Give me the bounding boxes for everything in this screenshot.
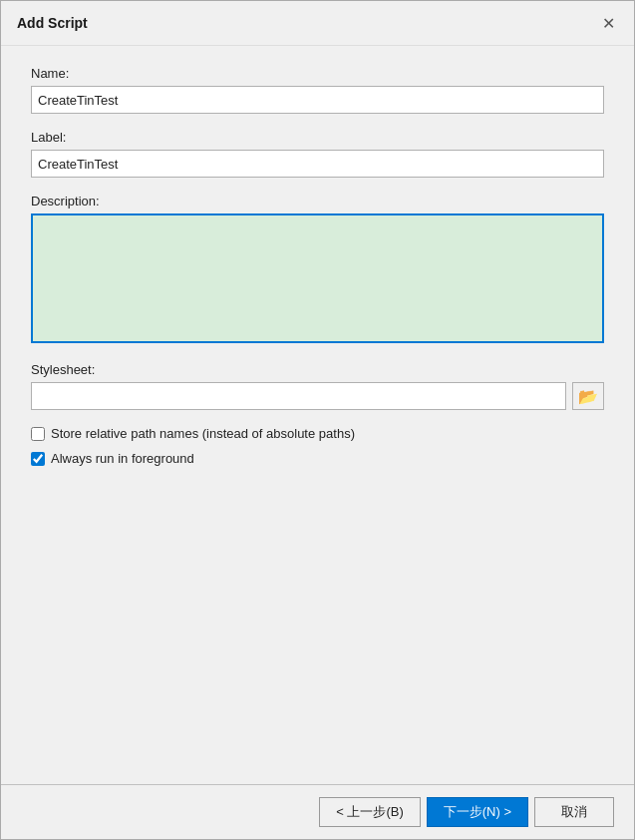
label-label: Label: [31,130,604,145]
label-group: Label: [31,130,604,178]
next-button[interactable]: 下一步(N) > [427,797,528,827]
close-button[interactable]: ✕ [596,11,620,35]
dialog-body: Name: Label: Description: Stylesheet: 📂 [1,46,634,784]
back-button[interactable]: < 上一步(B) [319,797,421,827]
store-relative-checkbox[interactable] [31,427,45,441]
stylesheet-row: 📂 [31,382,604,410]
stylesheet-input[interactable] [31,382,566,410]
title-bar: Add Script ✕ [1,1,634,46]
name-input[interactable] [31,86,604,114]
add-script-dialog: Add Script ✕ Name: Label: Description: S… [0,0,635,840]
browse-button[interactable]: 📂 [572,382,604,410]
always-foreground-label: Always run in foreground [51,451,194,466]
stylesheet-label: Stylesheet: [31,362,604,377]
checkbox-group: Store relative path names (instead of ab… [31,426,604,466]
label-input[interactable] [31,150,604,178]
store-relative-label: Store relative path names (instead of ab… [51,426,355,441]
cancel-button[interactable]: 取消 [534,797,614,827]
always-foreground-row: Always run in foreground [31,451,604,466]
name-label: Name: [31,66,604,81]
stylesheet-group: Stylesheet: 📂 [31,362,604,410]
store-relative-row: Store relative path names (instead of ab… [31,426,604,441]
folder-icon: 📂 [578,387,598,406]
description-group: Description: [31,194,604,346]
name-group: Name: [31,66,604,114]
dialog-title: Add Script [17,15,88,31]
always-foreground-checkbox[interactable] [31,452,45,466]
dialog-footer: < 上一步(B) 下一步(N) > 取消 [1,784,634,839]
description-textarea[interactable] [31,213,604,343]
description-label: Description: [31,194,604,209]
